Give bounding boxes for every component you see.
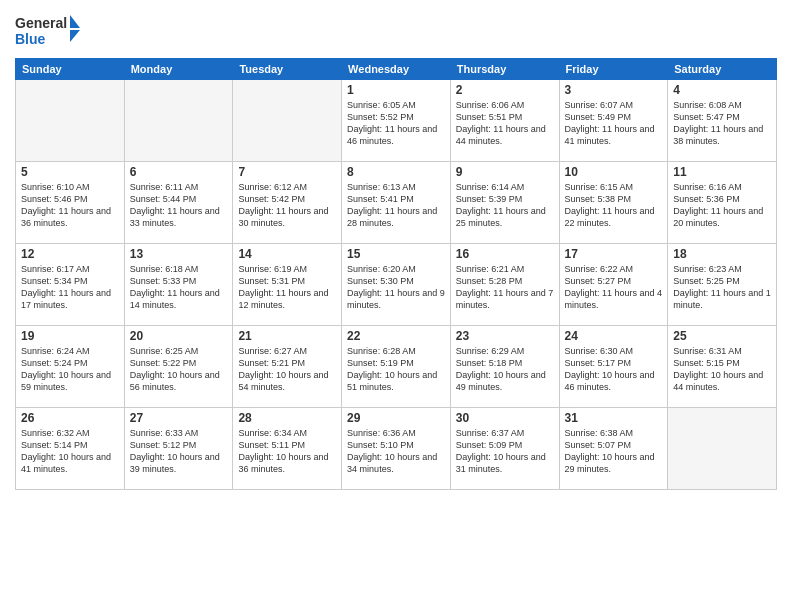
calendar-cell: 29Sunrise: 6:36 AM Sunset: 5:10 PM Dayli… — [342, 408, 451, 490]
day-info: Sunrise: 6:14 AM Sunset: 5:39 PM Dayligh… — [456, 181, 554, 230]
day-number: 7 — [238, 165, 336, 179]
weekday-header-row: SundayMondayTuesdayWednesdayThursdayFrid… — [16, 59, 777, 80]
week-row-2: 12Sunrise: 6:17 AM Sunset: 5:34 PM Dayli… — [16, 244, 777, 326]
svg-text:Blue: Blue — [15, 31, 46, 47]
weekday-header-tuesday: Tuesday — [233, 59, 342, 80]
day-info: Sunrise: 6:21 AM Sunset: 5:28 PM Dayligh… — [456, 263, 554, 312]
calendar-cell: 19Sunrise: 6:24 AM Sunset: 5:24 PM Dayli… — [16, 326, 125, 408]
day-number: 14 — [238, 247, 336, 261]
calendar-cell — [668, 408, 777, 490]
day-info: Sunrise: 6:12 AM Sunset: 5:42 PM Dayligh… — [238, 181, 336, 230]
day-number: 13 — [130, 247, 228, 261]
day-info: Sunrise: 6:15 AM Sunset: 5:38 PM Dayligh… — [565, 181, 663, 230]
day-number: 18 — [673, 247, 771, 261]
calendar-cell: 9Sunrise: 6:14 AM Sunset: 5:39 PM Daylig… — [450, 162, 559, 244]
calendar-cell: 26Sunrise: 6:32 AM Sunset: 5:14 PM Dayli… — [16, 408, 125, 490]
calendar-cell — [233, 80, 342, 162]
calendar-cell: 17Sunrise: 6:22 AM Sunset: 5:27 PM Dayli… — [559, 244, 668, 326]
day-info: Sunrise: 6:10 AM Sunset: 5:46 PM Dayligh… — [21, 181, 119, 230]
calendar-cell: 16Sunrise: 6:21 AM Sunset: 5:28 PM Dayli… — [450, 244, 559, 326]
weekday-header-saturday: Saturday — [668, 59, 777, 80]
day-info: Sunrise: 6:25 AM Sunset: 5:22 PM Dayligh… — [130, 345, 228, 394]
day-number: 3 — [565, 83, 663, 97]
calendar-cell: 15Sunrise: 6:20 AM Sunset: 5:30 PM Dayli… — [342, 244, 451, 326]
calendar-cell: 7Sunrise: 6:12 AM Sunset: 5:42 PM Daylig… — [233, 162, 342, 244]
day-info: Sunrise: 6:20 AM Sunset: 5:30 PM Dayligh… — [347, 263, 445, 312]
calendar-cell: 30Sunrise: 6:37 AM Sunset: 5:09 PM Dayli… — [450, 408, 559, 490]
week-row-3: 19Sunrise: 6:24 AM Sunset: 5:24 PM Dayli… — [16, 326, 777, 408]
weekday-header-wednesday: Wednesday — [342, 59, 451, 80]
day-info: Sunrise: 6:19 AM Sunset: 5:31 PM Dayligh… — [238, 263, 336, 312]
calendar-cell: 8Sunrise: 6:13 AM Sunset: 5:41 PM Daylig… — [342, 162, 451, 244]
day-info: Sunrise: 6:32 AM Sunset: 5:14 PM Dayligh… — [21, 427, 119, 476]
calendar-cell: 1Sunrise: 6:05 AM Sunset: 5:52 PM Daylig… — [342, 80, 451, 162]
logo-svg: GeneralBlue — [15, 10, 85, 50]
day-number: 4 — [673, 83, 771, 97]
week-row-0: 1Sunrise: 6:05 AM Sunset: 5:52 PM Daylig… — [16, 80, 777, 162]
svg-marker-3 — [70, 30, 80, 42]
calendar-cell: 27Sunrise: 6:33 AM Sunset: 5:12 PM Dayli… — [124, 408, 233, 490]
day-info: Sunrise: 6:33 AM Sunset: 5:12 PM Dayligh… — [130, 427, 228, 476]
weekday-header-sunday: Sunday — [16, 59, 125, 80]
calendar-cell: 11Sunrise: 6:16 AM Sunset: 5:36 PM Dayli… — [668, 162, 777, 244]
calendar-cell: 6Sunrise: 6:11 AM Sunset: 5:44 PM Daylig… — [124, 162, 233, 244]
calendar-cell: 24Sunrise: 6:30 AM Sunset: 5:17 PM Dayli… — [559, 326, 668, 408]
day-number: 25 — [673, 329, 771, 343]
day-number: 30 — [456, 411, 554, 425]
calendar-cell: 14Sunrise: 6:19 AM Sunset: 5:31 PM Dayli… — [233, 244, 342, 326]
calendar-cell: 10Sunrise: 6:15 AM Sunset: 5:38 PM Dayli… — [559, 162, 668, 244]
day-info: Sunrise: 6:22 AM Sunset: 5:27 PM Dayligh… — [565, 263, 663, 312]
logo: GeneralBlue — [15, 10, 85, 50]
weekday-header-friday: Friday — [559, 59, 668, 80]
day-number: 29 — [347, 411, 445, 425]
page: GeneralBlue SundayMondayTuesdayWednesday… — [0, 0, 792, 612]
day-number: 17 — [565, 247, 663, 261]
day-info: Sunrise: 6:23 AM Sunset: 5:25 PM Dayligh… — [673, 263, 771, 312]
day-number: 23 — [456, 329, 554, 343]
day-info: Sunrise: 6:31 AM Sunset: 5:15 PM Dayligh… — [673, 345, 771, 394]
day-number: 12 — [21, 247, 119, 261]
day-number: 15 — [347, 247, 445, 261]
calendar-cell: 22Sunrise: 6:28 AM Sunset: 5:19 PM Dayli… — [342, 326, 451, 408]
calendar-cell — [16, 80, 125, 162]
day-info: Sunrise: 6:28 AM Sunset: 5:19 PM Dayligh… — [347, 345, 445, 394]
day-number: 6 — [130, 165, 228, 179]
week-row-1: 5Sunrise: 6:10 AM Sunset: 5:46 PM Daylig… — [16, 162, 777, 244]
calendar-cell: 18Sunrise: 6:23 AM Sunset: 5:25 PM Dayli… — [668, 244, 777, 326]
day-number: 24 — [565, 329, 663, 343]
day-number: 1 — [347, 83, 445, 97]
day-info: Sunrise: 6:29 AM Sunset: 5:18 PM Dayligh… — [456, 345, 554, 394]
day-info: Sunrise: 6:16 AM Sunset: 5:36 PM Dayligh… — [673, 181, 771, 230]
calendar-cell: 5Sunrise: 6:10 AM Sunset: 5:46 PM Daylig… — [16, 162, 125, 244]
day-info: Sunrise: 6:11 AM Sunset: 5:44 PM Dayligh… — [130, 181, 228, 230]
day-number: 22 — [347, 329, 445, 343]
day-number: 8 — [347, 165, 445, 179]
calendar-cell: 20Sunrise: 6:25 AM Sunset: 5:22 PM Dayli… — [124, 326, 233, 408]
calendar-cell: 31Sunrise: 6:38 AM Sunset: 5:07 PM Dayli… — [559, 408, 668, 490]
weekday-header-monday: Monday — [124, 59, 233, 80]
calendar-cell: 3Sunrise: 6:07 AM Sunset: 5:49 PM Daylig… — [559, 80, 668, 162]
day-info: Sunrise: 6:13 AM Sunset: 5:41 PM Dayligh… — [347, 181, 445, 230]
day-info: Sunrise: 6:08 AM Sunset: 5:47 PM Dayligh… — [673, 99, 771, 148]
day-info: Sunrise: 6:30 AM Sunset: 5:17 PM Dayligh… — [565, 345, 663, 394]
week-row-4: 26Sunrise: 6:32 AM Sunset: 5:14 PM Dayli… — [16, 408, 777, 490]
day-number: 26 — [21, 411, 119, 425]
day-info: Sunrise: 6:37 AM Sunset: 5:09 PM Dayligh… — [456, 427, 554, 476]
calendar-cell: 21Sunrise: 6:27 AM Sunset: 5:21 PM Dayli… — [233, 326, 342, 408]
calendar-cell: 23Sunrise: 6:29 AM Sunset: 5:18 PM Dayli… — [450, 326, 559, 408]
calendar-cell: 4Sunrise: 6:08 AM Sunset: 5:47 PM Daylig… — [668, 80, 777, 162]
day-info: Sunrise: 6:36 AM Sunset: 5:10 PM Dayligh… — [347, 427, 445, 476]
day-info: Sunrise: 6:06 AM Sunset: 5:51 PM Dayligh… — [456, 99, 554, 148]
svg-marker-2 — [70, 15, 80, 28]
day-info: Sunrise: 6:07 AM Sunset: 5:49 PM Dayligh… — [565, 99, 663, 148]
calendar-cell: 12Sunrise: 6:17 AM Sunset: 5:34 PM Dayli… — [16, 244, 125, 326]
day-number: 19 — [21, 329, 119, 343]
calendar-cell: 28Sunrise: 6:34 AM Sunset: 5:11 PM Dayli… — [233, 408, 342, 490]
calendar-cell: 25Sunrise: 6:31 AM Sunset: 5:15 PM Dayli… — [668, 326, 777, 408]
calendar-cell — [124, 80, 233, 162]
day-number: 2 — [456, 83, 554, 97]
day-info: Sunrise: 6:38 AM Sunset: 5:07 PM Dayligh… — [565, 427, 663, 476]
day-number: 21 — [238, 329, 336, 343]
header: GeneralBlue — [15, 10, 777, 50]
day-info: Sunrise: 6:05 AM Sunset: 5:52 PM Dayligh… — [347, 99, 445, 148]
